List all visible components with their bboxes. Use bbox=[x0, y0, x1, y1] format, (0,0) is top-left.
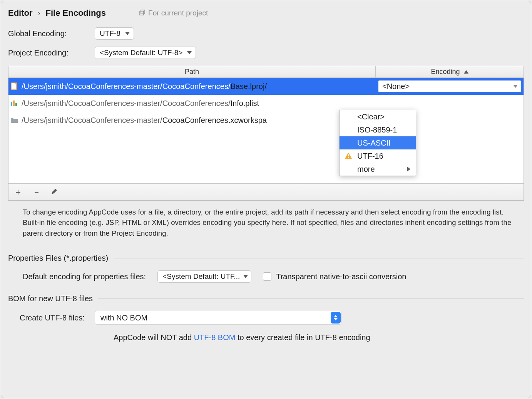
properties-encoding-label: Default encoding for properties files: bbox=[23, 272, 146, 281]
table-header: Path Encoding bbox=[8, 66, 524, 78]
popup-item-label: ISO-8859-1 bbox=[357, 126, 397, 134]
chevron-down-icon bbox=[125, 32, 130, 35]
popup-item-label: US-ASCII bbox=[357, 139, 391, 148]
chevron-down-icon bbox=[243, 275, 248, 278]
stepper-icon bbox=[331, 312, 341, 324]
column-header-encoding-label: Encoding bbox=[431, 68, 460, 76]
bom-note-pre: AppCode will NOT add bbox=[114, 333, 194, 342]
remove-button[interactable]: － bbox=[32, 188, 41, 196]
global-encoding-label: Global Encoding: bbox=[8, 29, 95, 38]
svg-rect-3 bbox=[11, 102, 12, 106]
properties-section-title: Properties Files (*.properties) bbox=[8, 254, 108, 263]
popup-item-iso[interactable]: ISO-8859-1 bbox=[340, 123, 416, 136]
row-path: /Users/jsmith/CocoaConferences-master/Co… bbox=[22, 82, 267, 91]
global-encoding-dropdown[interactable]: UTF-8 bbox=[95, 27, 134, 40]
sort-ascending-icon bbox=[464, 70, 468, 74]
project-scope-icon bbox=[139, 10, 146, 17]
edit-button[interactable] bbox=[51, 188, 58, 196]
popup-item-label: <Clear> bbox=[357, 112, 385, 121]
row-encoding-value: <None> bbox=[382, 82, 410, 91]
encoding-popup: <Clear> ISO-8859-1 US-ASCII UTF-16 more bbox=[339, 110, 416, 176]
chevron-right-icon: › bbox=[38, 9, 40, 17]
bom-note-post: to every created file in UTF-8 encoding bbox=[235, 333, 370, 342]
global-encoding-value: UTF-8 bbox=[100, 29, 120, 38]
help-text: To change encoding AppCode uses for a fi… bbox=[8, 201, 524, 242]
bom-note: AppCode will NOT add UTF-8 BOM to every … bbox=[8, 333, 524, 342]
popup-item-usascii[interactable]: US-ASCII bbox=[340, 136, 416, 149]
chevron-down-icon bbox=[513, 85, 518, 88]
utf8-bom-link[interactable]: UTF-8 BOM bbox=[194, 333, 236, 342]
column-header-encoding[interactable]: Encoding bbox=[376, 68, 524, 76]
svg-rect-1 bbox=[141, 10, 145, 14]
breadcrumb: Editor › File Encodings For current proj… bbox=[8, 8, 524, 18]
table-row[interactable]: /Users/jsmith/CocoaConferences-master/Co… bbox=[8, 112, 524, 129]
create-utf8-select[interactable]: with NO BOM bbox=[95, 311, 342, 325]
warning-icon bbox=[345, 152, 352, 161]
table-row[interactable]: /Users/jsmith/CocoaConferences-master/Co… bbox=[8, 78, 524, 95]
breadcrumb-parent[interactable]: Editor bbox=[8, 8, 33, 18]
table-toolbar: ＋ － bbox=[8, 183, 524, 200]
plist-file-icon bbox=[10, 100, 18, 107]
popup-item-utf16[interactable]: UTF-16 bbox=[340, 149, 416, 163]
row-path: /Users/jsmith/CocoaConferences-master/Co… bbox=[22, 116, 267, 125]
divider-line bbox=[98, 298, 524, 299]
scope-label: For current project bbox=[148, 9, 208, 17]
row-encoding-field[interactable]: <None> bbox=[378, 80, 521, 92]
add-button[interactable]: ＋ bbox=[14, 188, 22, 196]
settings-panel: Editor › File Encodings For current proj… bbox=[1, 1, 531, 398]
folder-icon bbox=[10, 117, 18, 123]
scope-indicator: For current project bbox=[139, 9, 208, 17]
encoding-table: Path Encoding /Users/jsmith/CocoaConfere… bbox=[8, 66, 524, 201]
svg-rect-6 bbox=[348, 154, 349, 156]
bom-section-header: BOM for new UTF-8 files bbox=[8, 294, 524, 303]
project-encoding-dropdown[interactable]: <System Default: UTF-8> bbox=[95, 47, 196, 59]
properties-encoding-dropdown[interactable]: <System Default: UTF... bbox=[157, 270, 251, 283]
project-encoding-label: Project Encoding: bbox=[8, 49, 95, 57]
row-path: /Users/jsmith/CocoaConferences-master/Co… bbox=[22, 99, 259, 108]
breadcrumb-current: File Encodings bbox=[46, 8, 106, 18]
properties-encoding-value: <System Default: UTF... bbox=[162, 272, 240, 281]
table-body: /Users/jsmith/CocoaConferences-master/Co… bbox=[8, 78, 524, 183]
svg-rect-5 bbox=[15, 103, 17, 106]
table-row[interactable]: /Users/jsmith/CocoaConferences-master/Co… bbox=[8, 95, 524, 112]
popup-item-more[interactable]: more bbox=[340, 163, 416, 176]
chevron-right-icon bbox=[407, 167, 410, 171]
svg-rect-4 bbox=[13, 101, 15, 106]
svg-rect-0 bbox=[140, 11, 144, 15]
transparent-native-ascii-label: Transparent native-to-ascii conversion bbox=[276, 272, 406, 281]
create-utf8-label: Create UTF-8 files: bbox=[20, 314, 85, 322]
chevron-down-icon bbox=[187, 51, 192, 54]
transparent-native-ascii-checkbox[interactable] bbox=[263, 272, 271, 281]
popup-item-label: UTF-16 bbox=[357, 152, 383, 161]
properties-section-header: Properties Files (*.properties) bbox=[8, 254, 524, 263]
bom-section-title: BOM for new UTF-8 files bbox=[8, 294, 93, 303]
column-header-path[interactable]: Path bbox=[8, 66, 376, 77]
divider-line bbox=[114, 258, 524, 258]
svg-rect-7 bbox=[348, 157, 349, 158]
popup-item-clear[interactable]: <Clear> bbox=[340, 110, 416, 123]
project-encoding-value: <System Default: UTF-8> bbox=[100, 49, 182, 57]
popup-item-label: more bbox=[357, 165, 375, 174]
create-utf8-value: with NO BOM bbox=[100, 314, 147, 322]
storyboard-file-icon bbox=[10, 82, 18, 90]
